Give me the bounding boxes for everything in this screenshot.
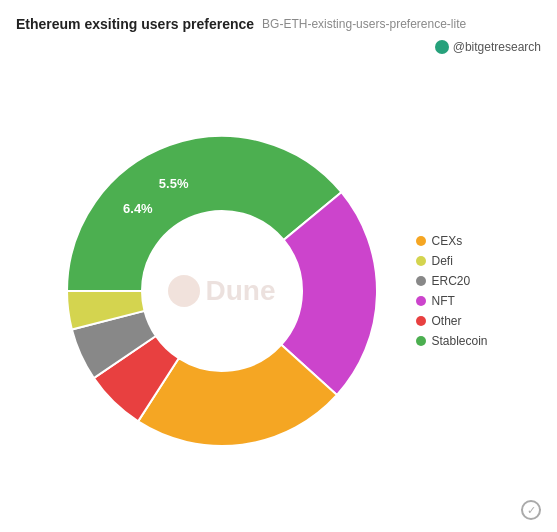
legend-item-cexs: CEXs: [416, 234, 506, 248]
label-erc20: 5.5%: [158, 176, 188, 191]
legend-label-stablecoin: Stablecoin: [432, 334, 488, 348]
legend-dot-stablecoin: [416, 336, 426, 346]
donut-svg: 39.0%22.7%22.4%6.4%5.5%: [52, 121, 392, 461]
donut-chart: 39.0%22.7%22.4%6.4%5.5% Dune: [52, 121, 392, 461]
account-avatar: [435, 40, 449, 54]
chart-subtitle: BG-ETH-existing-users-preference-lite: [262, 17, 466, 31]
legend-item-defi: Defi: [416, 254, 506, 268]
main-container: Ethereum exsiting users preference BG-ET…: [0, 0, 557, 532]
legend-item-nft: NFT: [416, 294, 506, 308]
legend-item-erc20: ERC20: [416, 274, 506, 288]
legend-dot-defi: [416, 256, 426, 266]
legend-item-stablecoin: Stablecoin: [416, 334, 506, 348]
legend-dot-cexs: [416, 236, 426, 246]
chart-area: 39.0%22.7%22.4%6.4%5.5% Dune CEXsDefiERC…: [16, 66, 541, 516]
legend-dot-other: [416, 316, 426, 326]
legend-item-other: Other: [416, 314, 506, 328]
legend-dot-nft: [416, 296, 426, 306]
legend-dot-erc20: [416, 276, 426, 286]
header: Ethereum exsiting users preference BG-ET…: [16, 16, 541, 54]
chart-legend: CEXsDefiERC20NFTOtherStablecoin: [416, 234, 506, 348]
checkmark-icon: ✓: [521, 500, 541, 520]
account-info: @bitgetresearch: [435, 40, 541, 54]
chart-title: Ethereum exsiting users preference: [16, 16, 254, 32]
legend-label-cexs: CEXs: [432, 234, 463, 248]
legend-label-erc20: ERC20: [432, 274, 471, 288]
label-other: 6.4%: [123, 201, 153, 216]
legend-label-defi: Defi: [432, 254, 453, 268]
legend-label-other: Other: [432, 314, 462, 328]
account-name: @bitgetresearch: [453, 40, 541, 54]
legend-label-nft: NFT: [432, 294, 455, 308]
